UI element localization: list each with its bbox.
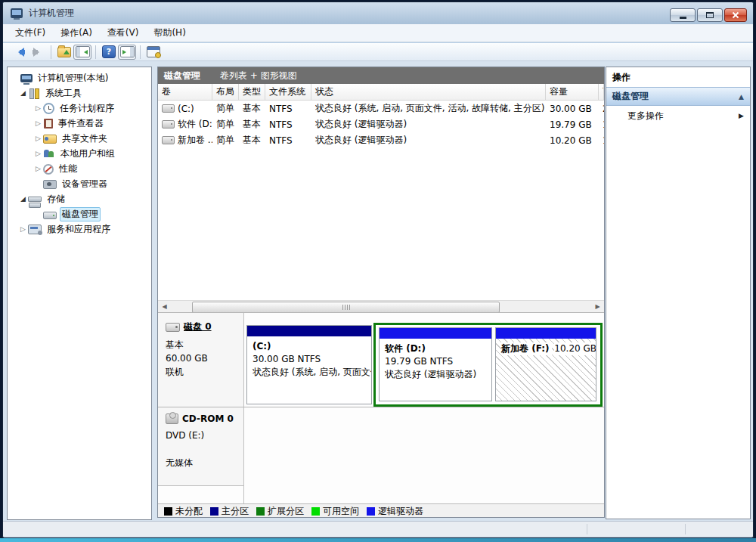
tree-item-shared-folders[interactable]: 共享文件夹 [8,131,151,146]
tree-item-label: 存储 [45,192,67,206]
column-volume[interactable]: 卷 [158,84,212,100]
partition-status: 状态良好 (逻辑驱动器) [385,368,491,381]
partition-f-selected[interactable]: 新加卷 (F:) 10.20 GB NTFS 状态良好 (逻辑驱动器) [495,327,596,401]
volume-fs: NTFS [265,135,311,146]
actions-section-disk-management[interactable]: 磁盘管理 [606,87,750,106]
tree-item-device-manager[interactable]: 设备管理器 [8,176,151,191]
column-status[interactable]: 状态 [311,84,546,100]
titlebar[interactable]: 计算机管理 [3,2,753,24]
disk-icon [166,323,180,332]
task-scheduler-icon [43,103,54,114]
column-capacity[interactable]: 容量 [546,84,599,100]
legend-label: 扩展分区 [268,505,304,518]
extended-partition-color-swatch [256,507,265,516]
close-button[interactable] [724,8,747,22]
expander-collapsed-icon[interactable] [33,104,43,112]
extended-partition-outline: 软件 (D:) 19.79 GB NTFS 状态良好 (逻辑驱动器) 新加卷 (… [373,323,603,407]
computer-icon [20,74,33,82]
volume-row-c[interactable]: (C:) 简单 基本 NTFS 状态良好 (系统, 启动, 页面文件, 活动, … [158,101,604,116]
expander-collapsed-icon[interactable] [33,135,43,142]
volume-type: 基本 [239,118,265,131]
expander-expanded-icon[interactable] [18,195,28,203]
disk-management-icon [43,212,57,219]
tree-item-storage[interactable]: 存储 [8,191,151,206]
volume-row-d[interactable]: 软件 (D:) 简单 基本 NTFS 状态良好 (逻辑驱动器) 19.79 GB… [158,116,604,132]
legend-label: 可用空间 [323,505,359,518]
up-folder-button[interactable] [55,45,73,60]
disk0-label-panel[interactable]: 磁盘 0 基本 60.00 GB 联机 [158,313,243,407]
legend-free-space: 可用空间 [311,505,359,518]
tree-item-computer-management-local[interactable]: 计算机管理(本地) [8,70,151,85]
back-icon [14,48,26,57]
tree-item-label: 性能 [57,162,79,176]
column-layout[interactable]: 布局 [212,84,239,100]
partition-size: 30.00 GB NTFS [253,353,371,366]
cdrom0-label-panel[interactable]: CD-ROM 0 DVD (E:) 无媒体 [158,407,243,486]
menu-file[interactable]: 文件(F) [8,24,53,42]
maximize-button[interactable] [697,8,723,22]
free-space-color-swatch [311,507,320,516]
actions-section-label: 磁盘管理 [612,90,649,103]
help-button[interactable] [100,45,118,60]
disk0-name: 磁盘 0 [184,321,212,333]
console-tree-panel: 计算机管理(本地) 系统工具 任务计划程序 事件查看器 [7,67,152,520]
customize-console-button[interactable] [144,45,163,60]
partition-d[interactable]: 软件 (D:) 19.79 GB NTFS 状态良好 (逻辑驱动器) [379,327,492,401]
show-console-tree-icon [76,46,90,57]
volume-free: 10 [599,119,604,130]
column-filesystem[interactable]: 文件系统 [265,84,311,100]
tree-item-disk-management[interactable]: 磁盘管理 [8,206,151,221]
tree-item-local-users-groups[interactable]: 本地用户和组 [8,146,151,161]
back-button[interactable] [11,45,29,60]
forward-button[interactable] [29,45,47,60]
show-console-tree-button[interactable] [73,45,91,60]
menu-help[interactable]: 帮助(H) [146,24,193,42]
expander-expanded-icon[interactable] [18,89,28,97]
collapse-section-icon[interactable] [739,93,744,101]
menu-view[interactable]: 查看(V) [100,24,147,42]
partition-c[interactable]: (C:) 30.00 GB NTFS 状态良好 (系统, 启动, 页面文件, 活… [246,325,372,404]
tree-item-performance[interactable]: 性能 [8,161,151,176]
tree-item-event-viewer[interactable]: 事件查看器 [8,116,151,131]
volume-status: 状态良好 (逻辑驱动器) [311,118,546,131]
expander-collapsed-icon[interactable] [33,150,43,157]
volume-layout: 简单 [212,102,239,115]
scroll-left-button[interactable] [158,301,171,312]
label-column-divider [243,313,244,504]
volume-fs: NTFS [265,119,311,130]
tree-item-task-scheduler[interactable]: 任务计划程序 [8,101,151,116]
column-free-space[interactable]: 可用空间 [599,84,604,100]
partition-name: (C:) [253,340,371,353]
scrollbar-thumb[interactable] [192,302,500,313]
status-bar-separator [685,524,686,534]
window-title: 计算机管理 [29,7,74,20]
expander-collapsed-icon[interactable] [33,119,43,127]
partition-size: 10.20 GB NTFS [554,342,596,355]
maximize-icon [706,12,714,18]
volume-layout: 简单 [212,118,239,131]
tree-item-system-tools[interactable]: 系统工具 [8,85,151,101]
view-header: 磁盘管理 卷列表 + 图形视图 [158,67,604,84]
local-users-groups-icon [43,148,55,159]
column-type[interactable]: 类型 [239,84,265,100]
horizontal-scrollbar[interactable] [158,300,604,313]
system-tools-icon [28,88,40,98]
minimize-button[interactable] [670,8,696,22]
tree-item-services-applications[interactable]: 服务和应用程序 [8,221,151,237]
menu-action[interactable]: 操作(A) [53,24,100,42]
expander-collapsed-icon[interactable] [33,165,43,172]
volume-type: 基本 [239,102,265,115]
volume-row-f[interactable]: 新加卷 ... 简单 基本 NTFS 状态良好 (逻辑驱动器) 10.20 GB… [158,132,604,148]
legend-bar: 未分配 主分区 扩展分区 可用空间 逻辑驱动器 [158,503,604,518]
forward-icon [32,48,44,57]
volume-name: 软件 (D:) [178,118,212,131]
tree-item-label: 磁盘管理 [60,207,101,221]
scroll-right-button[interactable] [591,301,604,312]
toolbar-separator [51,45,51,59]
show-action-pane-button[interactable] [118,45,136,60]
volume-capacity: 10.20 GB [546,135,599,146]
more-actions-item[interactable]: 更多操作 [606,106,750,125]
expander-collapsed-icon[interactable] [18,225,28,233]
volume-icon [162,136,175,144]
volume-icon [162,120,175,129]
